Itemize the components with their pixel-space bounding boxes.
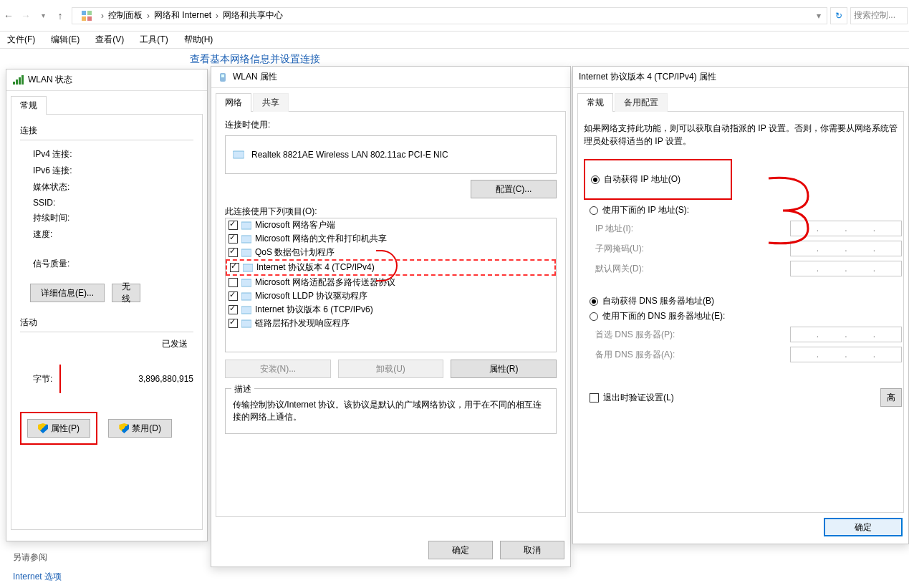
internet-options-link[interactable]: Internet 选项 [13,571,62,583]
svg-rect-10 [243,264,253,271]
tab-share[interactable]: 共享 [253,93,289,112]
svg-rect-14 [241,320,251,327]
wireless-props-button[interactable]: 无线 [112,284,140,302]
ipv4-panel: 如果网络支持此功能，则可以获取自动指派的 IP 设置。否则，你需要从网络系统管理… [577,112,904,513]
sent-label: 已发送 [20,338,193,350]
menu-edit[interactable]: 编辑(E) [45,32,85,47]
refresh-icon: ↻ [835,11,842,21]
item-checkbox[interactable] [229,234,238,244]
forward-button[interactable]: → [17,7,34,24]
menu-help[interactable]: 帮助(H) [178,32,219,47]
item-checkbox[interactable] [230,263,239,272]
ok-button[interactable]: 确定 [824,518,903,536]
tab-general[interactable]: 常规 [11,96,47,115]
connection-item[interactable]: Microsoft 网络客户端 [226,218,556,232]
protocol-icon [241,291,252,302]
ok-button[interactable]: 确定 [428,541,493,559]
explorer-nav: ← → ▾ ↑ › 控制面板 › 网络和 Internet › 网络和共享中心 … [0,0,909,32]
breadcrumb-sep: › [144,11,153,21]
connection-items-list[interactable]: Microsoft 网络客户端Microsoft 网络的文件和打印机共享QoS … [225,218,557,352]
protocol-icon [242,263,254,273]
dns1-input[interactable]: ... [790,327,902,342]
cancel-button[interactable]: 取消 [500,541,564,559]
annotation-box-auto-ip: 自动获得 IP 地址(O) [584,159,732,200]
item-label: Microsoft LLDP 协议驱动程序 [255,290,367,302]
breadcrumb-item[interactable]: 控制面板 [107,9,144,21]
item-checkbox[interactable] [229,291,238,301]
item-label: QoS 数据包计划程序 [255,246,335,259]
item-checkbox[interactable] [229,278,238,287]
item-buttons: 安装(N)... 卸载(U) 属性(R) [225,360,557,378]
item-properties-button[interactable]: 属性(R) [451,360,557,378]
tab-general[interactable]: 常规 [577,93,613,112]
group-activity: 活动 [20,317,193,329]
breadcrumb-item[interactable]: 网络和共享中心 [221,9,284,21]
lbl-dns1: 首选 DNS 服务器(P): [595,329,675,341]
lbl-subnet: 子网掩码(U): [595,243,644,255]
search-input[interactable]: 搜索控制... [850,7,908,24]
connection-item[interactable]: Microsoft 网络的文件和打印机共享 [226,232,556,246]
radio-auto-ip[interactable] [591,175,600,184]
menu-view[interactable]: 查看(V) [90,32,130,47]
wlan-props-titlebar[interactable]: WLAN 属性 [211,67,570,88]
breadcrumb[interactable]: › 控制面板 › 网络和 Internet › 网络和共享中心 ▾ [72,7,827,24]
back-button[interactable]: ← [0,7,17,24]
wlan-status-dialog: WLAN 状态 常规 连接 IPv4 连接: IPv6 连接: 媒体状态: SS… [6,69,208,541]
up-button[interactable]: ↑ [52,7,69,24]
install-button[interactable]: 安装(N)... [225,360,331,378]
description-caption: 描述 [231,383,254,395]
see-also-heading: 另请参阅 [13,551,62,564]
protocol-icon [241,305,252,315]
svg-rect-2 [82,16,86,21]
connection-item[interactable]: Internet 协议版本 4 (TCP/IPv4) [226,259,556,276]
svg-rect-3 [87,16,92,21]
tab-network[interactable]: 网络 [216,93,251,112]
wlan-status-titlebar[interactable]: WLAN 状态 [6,69,207,91]
item-checkbox[interactable] [229,248,238,257]
props-dialog-buttons: 确定 取消 [428,541,564,559]
item-checkbox[interactable] [229,221,238,230]
description-group: 描述 传输控制协议/Internet 协议。该协议是默认的广域网络协议，用于在不… [225,388,557,434]
item-checkbox[interactable] [229,305,238,314]
ipv4-tabs: 常规 备用配置 [577,92,904,112]
item-label: Microsoft 网络的文件和打印机共享 [255,233,387,245]
props-tabs: 网络 共享 [216,92,566,112]
uninstall-button[interactable]: 卸载(U) [338,360,444,378]
ipv4-titlebar[interactable]: Internet 协议版本 4 (TCP/IPv4) 属性 [573,67,908,88]
nic-icon [233,150,244,160]
item-checkbox[interactable] [229,319,238,328]
radio-manual-dns[interactable] [590,312,598,321]
details-button[interactable]: 详细信息(E)... [30,284,105,302]
item-label: Internet 协议版本 6 (TCP/IPv6) [255,304,373,316]
properties-button[interactable]: 属性(P) [27,419,90,438]
advanced-button[interactable]: 高 [880,388,902,407]
dns2-input[interactable]: ... [790,347,902,362]
items-label: 此连接使用下列项目(O): [225,206,557,218]
connection-item[interactable]: Microsoft LLDP 协议驱动程序 [226,289,556,303]
description-text: 传输控制协议/Internet 协议。该协议是默认的广域网络协议，用于在不同的相… [233,399,549,423]
refresh-button[interactable]: ↻ [830,7,847,24]
tab-alternate[interactable]: 备用配置 [615,93,668,112]
adapter-box: Realtek 8821AE Wireless LAN 802.11ac PCI… [225,135,557,174]
radio-auto-dns[interactable] [590,297,598,306]
divider [20,140,193,140]
menu-file[interactable]: 文件(F) [1,32,41,47]
connection-item[interactable]: Internet 协议版本 6 (TCP/IPv6) [226,303,556,317]
disable-button[interactable]: 禁用(D) [108,419,172,438]
breadcrumb-dropdown[interactable]: ▾ [814,11,824,21]
chk-validate-label: 退出时验证设置(L) [603,392,674,404]
menu-tools[interactable]: 工具(T) [134,32,173,47]
radio-manual-ip[interactable] [590,206,598,215]
protocol-icon [241,248,252,258]
chk-validate[interactable] [590,393,599,403]
bytes-value: 3,896,880,915 [138,374,193,384]
configure-button[interactable]: 配置(C)... [471,180,557,198]
item-label: Microsoft 网络适配器多路传送器协议 [255,276,395,289]
breadcrumb-item[interactable]: 网络和 Internet [153,9,213,21]
radio-manual-ip-label: 使用下面的 IP 地址(S): [602,204,689,216]
svg-rect-8 [241,236,251,243]
lbl-speed: 速度: [33,228,52,241]
recent-dropdown[interactable]: ▾ [34,7,52,24]
connection-item[interactable]: 链路层拓扑发现响应程序 [226,317,556,330]
ipv4-dialog-buttons: 确定 [824,518,903,536]
